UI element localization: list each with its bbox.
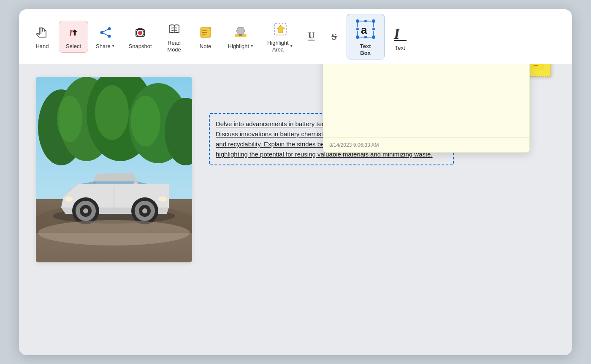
text-button[interactable]: I Text — [386, 19, 414, 54]
select-button[interactable]: I Select — [59, 21, 88, 53]
hand-icon — [34, 24, 50, 40]
svg-line-14 — [175, 29, 177, 29]
share-dropdown-arrow: ▼ — [111, 44, 115, 48]
svg-point-65 — [158, 197, 167, 202]
svg-point-64 — [65, 197, 73, 202]
snapshot-button[interactable]: Snapshot — [123, 21, 158, 52]
svg-point-1 — [108, 27, 111, 30]
svg-line-5 — [103, 33, 108, 36]
toolbar: Hand I Select — [19, 9, 572, 64]
strikethrough-icon: S — [328, 29, 341, 45]
svg-point-66 — [38, 220, 190, 245]
svg-point-7 — [138, 31, 142, 35]
note-popup-body: Please add more info. about electric car… — [323, 64, 529, 138]
underline-button[interactable]: U — [301, 25, 322, 49]
svg-line-12 — [171, 30, 174, 31]
svg-point-24 — [372, 19, 375, 23]
highlight-area-icon — [272, 21, 288, 37]
readmode-button[interactable]: Read Mode — [160, 18, 189, 55]
highlight-icon — [233, 24, 249, 40]
share-icon — [98, 24, 114, 40]
svg-point-27 — [364, 20, 367, 22]
note-label: Note — [200, 43, 211, 50]
strikethrough-button[interactable]: S — [324, 26, 345, 47]
select-label: Select — [66, 43, 81, 50]
document-page — [36, 77, 192, 262]
share-label: Share — [96, 43, 111, 50]
svg-point-25 — [356, 35, 359, 39]
readmode-label: Read Mode — [167, 40, 181, 53]
svg-point-50 — [131, 96, 160, 146]
hand-label: Hand — [35, 43, 49, 50]
highlight-button[interactable]: Highlight ▼ — [222, 21, 260, 52]
svg-point-3 — [108, 35, 111, 38]
note-sticker[interactable] — [526, 64, 551, 77]
car-image — [36, 77, 192, 262]
svg-line-13 — [175, 27, 177, 27]
svg-text:I: I — [68, 28, 73, 38]
select-icon: I — [65, 24, 81, 40]
underline-icon: U — [305, 27, 318, 43]
svg-line-4 — [103, 30, 108, 32]
highlight-area-label: Highlight Area — [267, 40, 289, 53]
highlight-label: Highlight — [228, 43, 249, 50]
textbox-icon: a — [354, 18, 377, 40]
text-label: Text — [395, 45, 405, 51]
svg-line-15 — [175, 30, 177, 31]
note-icon — [198, 24, 214, 40]
note-popup: Mark.Able × Please add more info. about … — [323, 64, 530, 153]
text-icon: I — [392, 23, 408, 42]
svg-point-30 — [372, 28, 375, 30]
svg-point-48 — [57, 96, 82, 142]
svg-text:I: I — [393, 25, 401, 42]
content-area: Delve into advancements in battery techn… — [19, 64, 572, 355]
app-window: Hand I Select — [19, 9, 572, 355]
svg-point-29 — [356, 28, 359, 30]
hand-button[interactable]: Hand — [27, 21, 57, 52]
note-button[interactable]: Note — [191, 21, 220, 52]
svg-text:a: a — [361, 24, 367, 36]
textbox-label: Text Box — [360, 43, 371, 56]
svg-point-58 — [83, 208, 88, 213]
svg-point-2 — [100, 31, 103, 34]
highlight-area-button[interactable]: Highlight Area ▼ — [261, 18, 299, 55]
svg-rect-67 — [532, 64, 544, 70]
snapshot-icon — [132, 24, 148, 40]
snapshot-label: Snapshot — [129, 43, 152, 50]
svg-point-49 — [95, 85, 129, 140]
textbox-button[interactable]: a Text Box — [347, 14, 385, 59]
readmode-icon — [166, 21, 182, 37]
svg-line-11 — [171, 29, 174, 29]
highlight-dropdown-arrow: ▼ — [250, 44, 254, 48]
svg-line-10 — [171, 27, 174, 27]
svg-rect-21 — [239, 34, 242, 36]
note-popup-footer: 8/14/2023 9:06:33 AM — [323, 138, 529, 152]
svg-point-62 — [142, 208, 147, 213]
share-button[interactable]: Share ▼ — [90, 21, 121, 52]
highlight-area-dropdown-arrow: ▼ — [290, 44, 293, 48]
note-timestamp: 8/14/2023 9:06:33 AM — [329, 142, 379, 148]
svg-point-23 — [356, 19, 359, 23]
svg-point-26 — [372, 35, 375, 39]
